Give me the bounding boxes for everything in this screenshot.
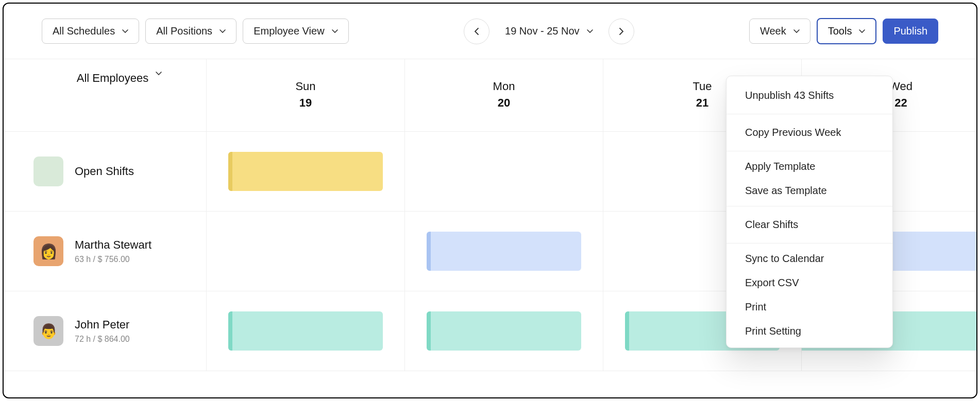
shift-cell[interactable] bbox=[207, 291, 405, 371]
chevron-down-icon bbox=[332, 29, 338, 33]
menu-item-apply-template[interactable]: Apply Template bbox=[726, 154, 892, 179]
tools-select[interactable]: Tools bbox=[817, 18, 877, 44]
tools-label: Tools bbox=[828, 25, 852, 37]
publish-button[interactable]: Publish bbox=[883, 19, 938, 44]
view-label: Employee View bbox=[254, 25, 324, 37]
chevron-down-icon bbox=[156, 72, 162, 76]
divider bbox=[726, 151, 892, 151]
day-num: 20 bbox=[498, 96, 510, 110]
menu-item-sync-calendar[interactable]: Sync to Calendar bbox=[726, 247, 892, 271]
publish-label: Publish bbox=[893, 25, 927, 37]
positions-label: All Positions bbox=[156, 25, 212, 37]
employee-name: Open Shifts bbox=[75, 165, 134, 178]
day-header: Sun 19 bbox=[207, 59, 405, 131]
day-name: Tue bbox=[692, 80, 712, 93]
chevron-down-icon bbox=[122, 29, 128, 33]
schedules-select[interactable]: All Schedules bbox=[42, 19, 139, 44]
date-range-label: 19 Nov - 25 Nov bbox=[505, 25, 580, 37]
week-select[interactable]: Week bbox=[749, 19, 810, 44]
menu-item-unpublish[interactable]: Unpublish 43 Shifts bbox=[726, 80, 892, 111]
shift-cell[interactable] bbox=[405, 291, 603, 371]
menu-item-copy-previous[interactable]: Copy Previous Week bbox=[726, 117, 892, 148]
chevron-down-icon bbox=[793, 29, 800, 33]
view-select[interactable]: Employee View bbox=[243, 19, 348, 44]
avatar: 👩 bbox=[33, 236, 63, 266]
week-label: Week bbox=[760, 25, 786, 37]
shift-cell[interactable] bbox=[405, 212, 603, 291]
employee-cell[interactable]: Open Shifts bbox=[4, 132, 207, 211]
employee-cell[interactable]: 👩 Martha Stewart 63 h / $ 756.00 bbox=[4, 212, 207, 291]
shift-cell[interactable] bbox=[207, 212, 405, 291]
divider bbox=[726, 243, 892, 243]
day-num: 21 bbox=[696, 96, 708, 110]
day-header: Mon 20 bbox=[405, 59, 603, 131]
chevron-left-icon bbox=[474, 28, 479, 35]
avatar: 👨 bbox=[33, 316, 63, 346]
chevron-down-icon bbox=[219, 29, 226, 33]
day-num: 19 bbox=[299, 96, 312, 110]
employee-name: Martha Stewart bbox=[75, 238, 151, 252]
next-week-button[interactable] bbox=[609, 19, 634, 44]
all-employees-label: All Employees bbox=[77, 72, 148, 85]
day-num: 22 bbox=[894, 96, 907, 110]
positions-select[interactable]: All Positions bbox=[145, 19, 236, 44]
chevron-right-icon bbox=[619, 28, 624, 35]
date-nav: 19 Nov - 25 Nov bbox=[464, 19, 634, 44]
all-employees-select[interactable]: All Employees bbox=[4, 59, 207, 131]
schedules-label: All Schedules bbox=[53, 25, 115, 37]
date-range-select[interactable]: 19 Nov - 25 Nov bbox=[505, 25, 593, 37]
shift-block[interactable] bbox=[427, 232, 581, 271]
shift-block[interactable] bbox=[427, 311, 581, 351]
menu-item-print[interactable]: Print bbox=[726, 295, 892, 319]
shift-block[interactable] bbox=[228, 152, 383, 191]
avatar bbox=[33, 156, 63, 186]
menu-item-save-template[interactable]: Save as Template bbox=[726, 179, 892, 203]
employee-name: John Peter bbox=[75, 318, 130, 332]
tools-dropdown: Unpublish 43 Shifts Copy Previous Week A… bbox=[726, 76, 893, 348]
toolbar: All Schedules All Positions Employee Vie… bbox=[4, 4, 976, 59]
day-name: Sun bbox=[295, 80, 315, 93]
shift-block[interactable] bbox=[228, 311, 383, 351]
menu-item-export-csv[interactable]: Export CSV bbox=[726, 271, 892, 295]
divider bbox=[726, 114, 892, 114]
chevron-down-icon bbox=[859, 29, 865, 33]
divider bbox=[726, 206, 892, 206]
menu-item-clear-shifts[interactable]: Clear Shifts bbox=[726, 210, 892, 240]
employee-meta: 63 h / $ 756.00 bbox=[75, 255, 151, 264]
chevron-down-icon bbox=[587, 29, 593, 33]
employee-cell[interactable]: 👨 John Peter 72 h / $ 864.00 bbox=[4, 291, 207, 371]
day-name: Mon bbox=[493, 80, 515, 93]
shift-cell[interactable] bbox=[405, 132, 603, 211]
employee-meta: 72 h / $ 864.00 bbox=[75, 335, 130, 344]
shift-cell[interactable] bbox=[207, 132, 405, 211]
menu-item-print-setting[interactable]: Print Setting bbox=[726, 319, 892, 343]
prev-week-button[interactable] bbox=[464, 19, 489, 44]
